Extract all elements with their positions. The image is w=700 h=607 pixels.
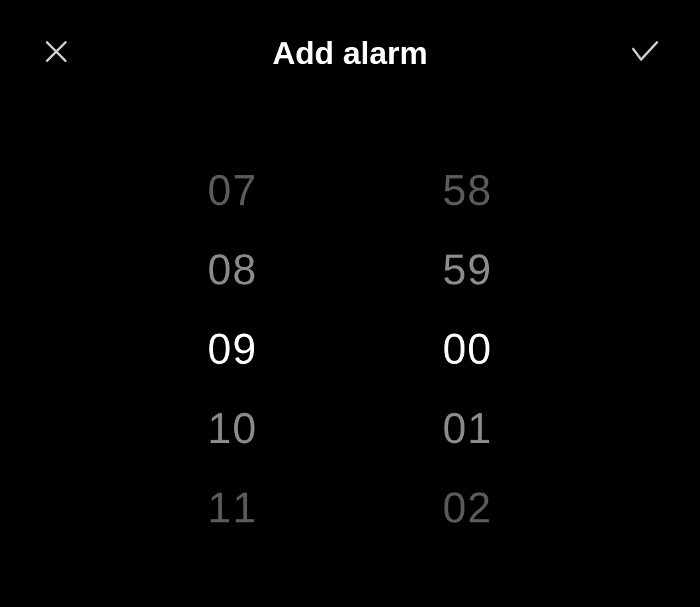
- hour-picker[interactable]: 07 08 09 10 11: [208, 165, 257, 532]
- confirm-button[interactable]: [624, 33, 664, 73]
- hour-option[interactable]: 08: [208, 245, 257, 294]
- minute-option[interactable]: 01: [443, 403, 492, 453]
- hour-option-selected[interactable]: 09: [208, 324, 257, 374]
- hour-option[interactable]: 07: [208, 165, 257, 215]
- minute-option[interactable]: 02: [443, 483, 492, 532]
- minute-option[interactable]: 58: [443, 165, 492, 215]
- minute-picker[interactable]: 58 59 00 01 02: [443, 165, 492, 532]
- page-title: Add alarm: [273, 35, 428, 71]
- header: Add alarm: [0, 0, 700, 79]
- hour-option[interactable]: 10: [208, 403, 257, 453]
- close-icon: [40, 36, 72, 70]
- close-button[interactable]: [36, 33, 76, 73]
- minute-option[interactable]: 59: [443, 245, 492, 294]
- hour-option[interactable]: 11: [208, 483, 257, 532]
- check-icon: [628, 36, 660, 70]
- time-picker: 07 08 09 10 11 58 59 00 01 02: [0, 79, 700, 532]
- minute-option-selected[interactable]: 00: [443, 324, 492, 374]
